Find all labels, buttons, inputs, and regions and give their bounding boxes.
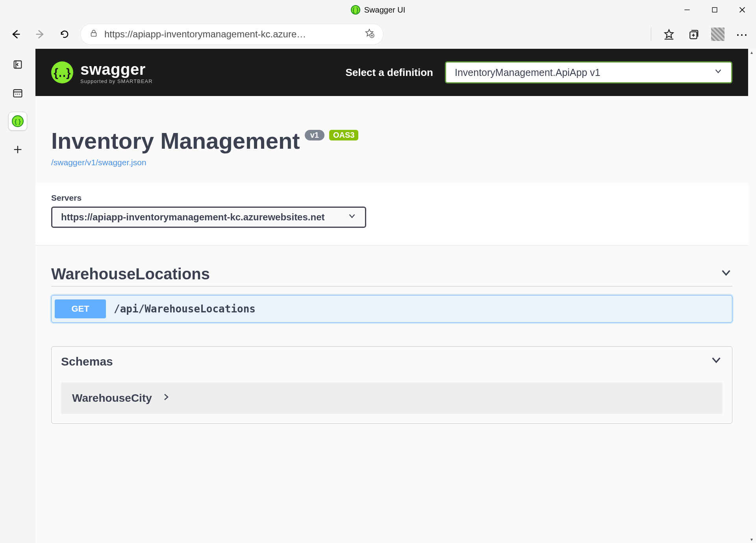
operation-path: /api/WarehouseLocations [114,303,256,315]
oas-badge: OAS3 [329,130,358,140]
definition-select[interactable]: InventoryManagement.ApiApp v1 [445,61,732,83]
svg-rect-16 [14,90,22,97]
minimize-button[interactable] [673,0,701,20]
schemas-header[interactable]: Schemas [52,347,732,376]
window-title: Swagger UI [364,6,406,15]
server-selected: https://apiapp-inventorymanagement-kc.az… [61,212,324,223]
svg-rect-1 [712,7,717,12]
chevron-down-icon [348,212,356,223]
vertical-tab-2[interactable] [8,83,27,102]
definition-label: Select a definition [346,66,434,79]
more-menu-icon[interactable]: ⋯ [736,28,749,41]
maximize-button[interactable] [701,0,728,20]
lock-icon [89,29,98,40]
svg-rect-14 [14,61,22,68]
address-url: https://apiapp-inventorymanagement-kc.az… [104,29,358,40]
svg-rect-6 [91,33,96,36]
chevron-right-icon [161,392,171,404]
tag-name: WarehouseLocations [51,265,210,283]
api-version-badge: v1 [305,130,324,140]
schemas-title: Schemas [61,355,113,368]
swagger-favicon: { } [351,5,360,15]
schema-item-warehousecity[interactable]: WarehouseCity [61,382,723,414]
scroll-up-icon[interactable]: ▴ [748,49,755,56]
vertical-tab-swagger[interactable]: { } [8,112,27,131]
profile-avatar[interactable] [711,28,724,41]
chevron-down-icon [714,67,723,78]
chevron-down-icon [710,354,723,369]
svg-point-19 [17,94,18,94]
vertical-tab-1[interactable] [8,55,27,74]
close-button[interactable] [728,0,756,20]
toolbar-separator [651,27,651,41]
definition-selected: InventoryManagement.ApiApp v1 [455,67,600,78]
new-tab-button[interactable] [8,140,27,159]
servers-label: Servers [51,193,732,203]
back-button[interactable] [7,26,24,43]
tag-header-warehouselocations[interactable]: WarehouseLocations [51,265,732,286]
swagger-icon: { } [12,115,24,127]
http-method-badge: GET [55,299,106,318]
svg-point-20 [19,94,20,94]
favorites-icon[interactable] [662,28,676,41]
collections-icon[interactable] [687,28,700,41]
vertical-scrollbar[interactable]: ▴ ▾ [748,49,755,543]
scroll-down-icon[interactable]: ▾ [748,536,755,543]
refresh-button[interactable] [56,26,73,43]
server-select[interactable]: https://apiapp-inventorymanagement-kc.az… [51,207,366,228]
chevron-down-icon [720,266,732,282]
operation-get-warehouselocations[interactable]: GET /api/WarehouseLocations [51,295,732,323]
schema-name: WarehouseCity [72,392,152,404]
forward-button[interactable] [32,26,49,43]
swagger-logo-icon: {‥} [51,61,73,83]
swagger-supported-by: Supported by SMARTBEAR [80,78,153,84]
api-title: Inventory Management [51,127,300,154]
swagger-brand-name: swagger [80,61,153,78]
address-bar[interactable]: https://apiapp-inventorymanagement-kc.az… [80,24,384,45]
swagger-json-link[interactable]: /swagger/v1/swagger.json [51,158,146,167]
favorite-add-icon[interactable] [364,28,374,41]
svg-point-18 [15,94,16,94]
